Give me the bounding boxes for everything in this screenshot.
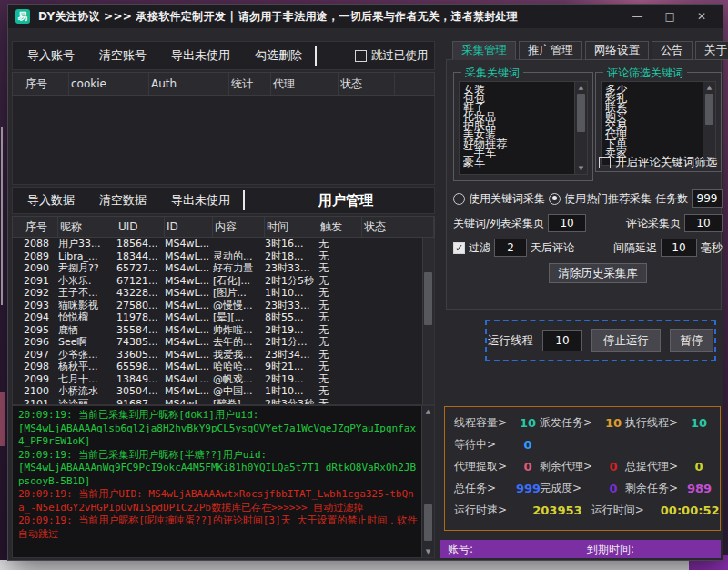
account-toolbar-button[interactable]: 勾选删除 — [255, 47, 302, 64]
radio-keyword-collect[interactable]: 使用关键词采集 — [453, 191, 545, 207]
keyword-list-scrollbar[interactable] — [574, 82, 587, 174]
column-header: Auth — [149, 73, 229, 95]
scrollbar-thumb[interactable] — [577, 94, 585, 132]
column-header: 序号 — [24, 217, 58, 237]
user-toolbar-button[interactable]: 导出未使用 — [171, 192, 230, 209]
radio-hot-collect[interactable]: 使用热门推荐采集 — [549, 191, 652, 207]
scrollbar-thumb[interactable] — [424, 272, 432, 325]
tab-4[interactable]: 关于 — [695, 41, 728, 60]
scroll-down-icon[interactable] — [422, 546, 434, 557]
account-toolbar-button[interactable]: 清空账号 — [99, 47, 147, 64]
scroll-down-icon[interactable] — [575, 163, 587, 174]
comment-filter-checkbox[interactable] — [599, 157, 611, 168]
radio-keyword-label: 使用关键词采集 — [469, 191, 545, 207]
table-cell: 2089 — [24, 250, 58, 262]
scrollbar-thumb[interactable] — [424, 504, 432, 541]
keyword-groupbox: 采集关键词 女装包包鞋子化妆品护肤品美女装好物推荐二手车豪车 — [453, 72, 593, 181]
table-row[interactable]: 2101泠泠丽91687MS4wL[醉拳]2时3分3秒无 — [13, 398, 434, 406]
delay-input[interactable] — [661, 239, 697, 257]
table-row[interactable]: 2098杨秋平...65598...MS4wL...哈哈哈...9时21...无 — [13, 361, 434, 373]
tab-2[interactable]: 网络设置 — [585, 41, 649, 60]
comment-page-label: 评论采集页 — [626, 216, 681, 231]
log-area[interactable]: 20:09:19: 当前已采集到用户昵称[doki]用户uid:[MS4wLjA… — [12, 405, 435, 558]
table-row[interactable]: 2092王子不...43228...MS4wL...[图片...1时10...无 — [13, 287, 434, 300]
list-page-input[interactable] — [548, 214, 586, 232]
time-filter-checkbox[interactable] — [453, 242, 465, 254]
keyword-listbox[interactable]: 女装包包鞋子化妆品护肤品美女装好物推荐二手车豪车 — [459, 81, 588, 175]
table-row[interactable]: 2099七月十...13849...MS4wL...@帆戏...2时19...无 — [13, 373, 434, 386]
tab-1[interactable]: 推广管理 — [519, 41, 582, 60]
table-row[interactable]: 2095鹿牺35584...MS4wL...帅炸啦...2时19...无 — [13, 324, 434, 337]
account-label: 账号: — [448, 542, 473, 557]
comment-listbox[interactable]: 多少彩礼联系购买交易代理下单卖家 — [601, 81, 716, 166]
status-item: 派发任务>10 — [540, 415, 625, 431]
status-item: 等待中>0 — [454, 437, 540, 453]
scroll-up-icon[interactable] — [422, 406, 434, 417]
table-cell: Libra_... — [58, 250, 116, 262]
stop-run-button[interactable]: 停止运行 — [592, 329, 661, 352]
status-label: 剩余任务> — [625, 481, 687, 496]
skip-used-checkbox[interactable] — [355, 50, 367, 62]
pause-button[interactable]: 暂停 — [670, 329, 713, 352]
table-row[interactable]: 2094怡悦榴11978...MS4wL...[晕][...8时55...无 — [13, 311, 434, 324]
table-row[interactable]: 2100小桥流水30504...MS4wL...@中国...1时10...无 — [13, 385, 434, 398]
table-cell: 91687 — [116, 398, 165, 405]
table-cell: MS4wL... — [165, 311, 213, 323]
scroll-up-icon[interactable] — [703, 82, 715, 93]
comment-filter-checkbox-row[interactable]: 开启评论关键词筛选 — [599, 155, 718, 170]
table-row[interactable]: 2096See啊74385...MS4wL...去年的...2时1分...无 — [13, 336, 434, 349]
table-cell: MS4wL... — [165, 324, 213, 336]
thread-count-input[interactable] — [542, 330, 582, 351]
status-item: 完成度>0 — [540, 481, 625, 496]
status-value: 00:00:52 — [661, 504, 720, 517]
maximize-button[interactable]: □ — [665, 10, 675, 23]
column-header: 内容 — [213, 217, 265, 237]
close-button[interactable]: ✕ — [697, 10, 706, 23]
scrollbar-thumb[interactable] — [705, 94, 713, 125]
user-toolbar-button[interactable]: 导入数据 — [27, 192, 75, 209]
filter-days-input[interactable] — [494, 239, 527, 257]
radio-icon[interactable] — [549, 193, 561, 205]
table-row[interactable]: 2093猫咪影视27580...MS4wL...@慢慢...23时33...无 — [13, 300, 434, 312]
task-count-input[interactable] — [692, 189, 723, 208]
collect-source-row: 使用关键词采集 使用热门推荐采集 任务数 — [453, 189, 723, 208]
status-label: 执行线程> — [625, 415, 687, 431]
table-row[interactable]: 2088用户33...18564...MS4wL...3时16...无 — [13, 238, 434, 250]
table-cell: MS4wL... — [165, 361, 213, 372]
account-toolbar-button[interactable]: 导出未使用 — [171, 47, 230, 64]
comment-time-filter-row: 过滤 天后评论 间隔延迟 毫秒 — [453, 239, 723, 257]
log-line: 20:09:19: 当前用户昵称[呢吨撞吨蛋??]的评论时间[3]天 大于设置的… — [18, 514, 418, 541]
collect-pages-row: 关键词/列表采集页 评论采集页 — [453, 214, 723, 232]
minimize-button[interactable]: — — [632, 10, 643, 23]
log-line: 20:09:19: 当前已采集到用户昵称[doki]用户uid: — [18, 409, 418, 422]
comment-list-scrollbar[interactable] — [703, 82, 715, 165]
account-toolbar-button[interactable]: 导入账号 — [27, 47, 75, 64]
cookie-table-body[interactable] — [12, 96, 435, 185]
comment-page-input[interactable] — [684, 214, 723, 232]
table-row[interactable]: 2091小米乐.67121...MS4wL...[石化]...2时1分5秒无 — [13, 275, 434, 288]
log-scrollbar[interactable] — [421, 406, 434, 557]
user-table-scrollbar[interactable] — [422, 238, 434, 404]
tab-3[interactable]: 公告 — [652, 41, 693, 60]
table-cell: 67121... — [116, 275, 165, 287]
task-count-label: 任务数 — [655, 191, 688, 207]
table-cell: 2091 — [24, 275, 58, 287]
table-row[interactable]: 2097少爷张...33605...MS4wL...我爱我...23时34...… — [13, 349, 434, 361]
table-cell: 65598... — [116, 361, 165, 372]
skip-used-checkbox-row[interactable]: 跳过已使用 — [355, 48, 429, 64]
table-cell: 2088 — [24, 238, 58, 249]
user-table-body[interactable]: 2088用户33...18564...MS4wL...3时16...无2089L… — [12, 238, 435, 405]
column-header: 状态 — [339, 73, 395, 95]
table-row[interactable]: 2089Libra_...18344...MS4wL...灵动的...2时18.… — [13, 250, 434, 263]
user-toolbar-button[interactable]: 清空数据 — [99, 192, 147, 209]
scroll-up-icon[interactable] — [575, 82, 587, 93]
column-header: 统计 — [229, 73, 271, 95]
keyword-item[interactable]: 豪车 — [463, 158, 572, 167]
clear-history-button[interactable]: 清除历史采集库 — [549, 263, 647, 283]
tab-0[interactable]: 采集管理 — [452, 41, 516, 60]
table-cell: 2093 — [24, 300, 58, 311]
table-row[interactable]: 2090尹捌月??65727...MS4wL...好有力量23时33...无 — [13, 262, 434, 275]
table-cell: 2090 — [24, 262, 58, 274]
table-cell: 33605... — [116, 349, 165, 361]
radio-icon[interactable] — [453, 193, 465, 205]
